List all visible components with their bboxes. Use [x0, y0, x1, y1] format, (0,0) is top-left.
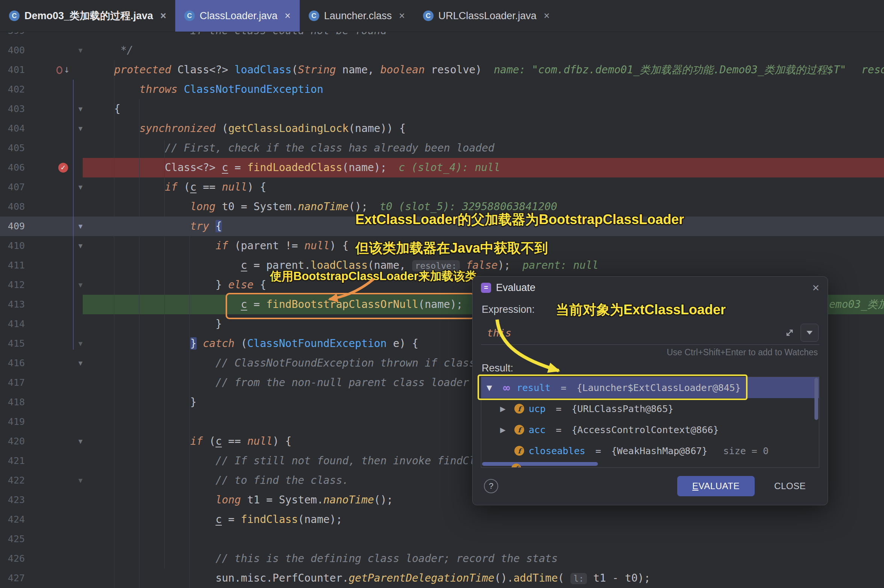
- code-line-401[interactable]: protected Class<?> loadClass(String name…: [89, 60, 884, 80]
- tab-urlclassloader-java[interactable]: CURLClassLoader.java×: [414, 0, 559, 32]
- code-line-426[interactable]: // this is the defining class loader; re…: [89, 549, 884, 568]
- check-icon: ✓: [60, 164, 66, 171]
- clipped-hint-fragment: resolve:: [861, 60, 884, 80]
- tree-row-acc[interactable]: ▶facc = {AccessControlContext@866}: [481, 419, 819, 440]
- gutter-chevron-icon[interactable]: ▾: [74, 119, 87, 138]
- tree-row-ucp[interactable]: ▶fucp = {URLClassPath@865}: [481, 398, 819, 419]
- expression-label: Expression:: [482, 304, 535, 315]
- line-number: 422: [0, 471, 25, 490]
- gutter-chevron-icon[interactable]: ▾: [74, 353, 87, 373]
- vertical-scrollbar[interactable]: [814, 378, 818, 420]
- dialog-title: Evaluate: [496, 282, 535, 294]
- gutter-chevron-icon[interactable]: ▾: [74, 432, 87, 451]
- tab-demo03-java[interactable]: CDemo03_类加载的过程.java×: [0, 0, 175, 32]
- fold-arrow-icon[interactable]: ▾: [74, 275, 87, 295]
- evaluate-icon: [481, 283, 491, 293]
- annotation-text-3: 使用BootstrapClassLoader来加载该类: [270, 268, 476, 284]
- tab-label: Launcher.class: [324, 10, 392, 22]
- tab-launcher-class[interactable]: CLauncher.class×: [300, 0, 414, 32]
- line-number: 407: [0, 177, 25, 197]
- fold-arrow-icon[interactable]: ▾: [74, 471, 87, 490]
- class-icon: C: [423, 11, 434, 21]
- chevron-right-icon[interactable]: ▶: [500, 405, 510, 413]
- field-icon: f: [514, 404, 524, 414]
- annotation-text-4: 当前对象为ExtClassLoader: [556, 301, 726, 319]
- code-line-403[interactable]: {: [89, 99, 884, 119]
- class-icon: C: [184, 11, 195, 21]
- field-icon: f: [514, 425, 524, 435]
- class-icon: C: [9, 11, 20, 21]
- gutter-chevron-icon[interactable]: ▾: [74, 236, 87, 256]
- line-number: 424: [0, 510, 25, 529]
- line-number: 403: [0, 99, 25, 119]
- chevron-right-icon[interactable]: ▶: [500, 426, 510, 434]
- close-icon[interactable]: ×: [544, 10, 550, 22]
- history-dropdown-button[interactable]: [801, 324, 819, 342]
- line-number: 415: [0, 334, 25, 353]
- tab-classloader-java[interactable]: CClassLoader.java×: [175, 0, 300, 32]
- line-number: 402: [0, 80, 25, 99]
- close-icon[interactable]: ×: [812, 282, 819, 294]
- close-icon[interactable]: ×: [160, 10, 166, 22]
- debugger-inline-hint: c (slot_4): null: [399, 161, 500, 174]
- variable-value: {WeakHashMap@867}: [611, 446, 708, 456]
- down-arrow-icon: ↓: [64, 66, 70, 74]
- tab-label: Demo03_类加载的过程.java: [24, 9, 153, 23]
- clipped-hint-fragment: emo03_类加载: [829, 295, 884, 314]
- expression-input[interactable]: this: [481, 321, 819, 345]
- close-icon[interactable]: ×: [285, 10, 291, 22]
- code-line-400[interactable]: */: [89, 41, 884, 60]
- editor-tabs: CDemo03_类加载的过程.java×CClassLoader.java×CL…: [0, 0, 559, 32]
- tab-label: ClassLoader.java: [200, 10, 277, 22]
- ring-icon: [56, 66, 62, 74]
- execution-marker-icon[interactable]: ▾: [74, 217, 87, 236]
- line-number: 425: [0, 529, 25, 549]
- evaluate-button[interactable]: EVALUATE: [677, 476, 755, 496]
- code-line-405[interactable]: // First, check if the class has already…: [89, 138, 884, 158]
- expression-value: this: [481, 327, 511, 339]
- variable-name: acc: [529, 424, 546, 435]
- gutter-chevron-icon[interactable]: ▾: [74, 99, 87, 119]
- fold-arrow-icon[interactable]: ▾: [74, 41, 87, 60]
- expand-editor-icon[interactable]: [784, 327, 795, 338]
- horizontal-scrollbar[interactable]: [482, 462, 598, 466]
- result-label: Result:: [482, 362, 513, 374]
- breakpoint-icon[interactable]: ✓: [56, 158, 70, 177]
- method-marker-icon[interactable]: ↓: [56, 60, 70, 80]
- code-line-424[interactable]: c = findClass(name);: [89, 510, 884, 529]
- code-line-427[interactable]: sun.misc.PerfCounter.getParentDelegation…: [89, 568, 884, 588]
- annotation-yellow-box: [478, 374, 748, 400]
- code-line-425[interactable]: [89, 529, 884, 549]
- code-line-404[interactable]: synchronized (getClassLoadingLock(name))…: [89, 119, 884, 138]
- class-icon: C: [309, 11, 319, 21]
- line-number: 404: [0, 119, 25, 138]
- variable-value: {URLClassPath@865}: [572, 403, 673, 414]
- gutter-chevron-icon[interactable]: ▾: [74, 177, 87, 197]
- line-number: 412: [0, 275, 25, 295]
- code-line-402[interactable]: throws ClassNotFoundException: [89, 80, 884, 99]
- code-line-406[interactable]: Class<?> c = findLoadedClass(name);c (sl…: [89, 158, 884, 177]
- code-line-411[interactable]: c = parent.loadClass(name, resolve: fals…: [89, 256, 884, 275]
- variable-name: ucp: [529, 403, 546, 414]
- line-number: 423: [0, 490, 25, 510]
- dialog-title-bar[interactable]: Evaluate ×: [473, 277, 828, 299]
- help-button[interactable]: ?: [484, 479, 498, 493]
- close-icon[interactable]: ×: [399, 10, 405, 22]
- tab-label: URLClassLoader.java: [438, 10, 537, 22]
- annotation-orange-box: [226, 293, 475, 319]
- debugger-inline-hint: parent: null: [522, 259, 598, 271]
- annotation-text-2: 但该类加载器在Java中获取不到: [355, 239, 548, 258]
- variable-name: closeables: [529, 446, 585, 456]
- line-number: 419: [0, 412, 25, 432]
- line-number: 417: [0, 373, 25, 393]
- annotation-text-1: ExtClassLoader的父加载器为BootstrapClassLoader: [355, 211, 684, 229]
- line-number: 421: [0, 451, 25, 471]
- line-number: 413: [0, 295, 25, 314]
- variable-value: {AccessControlContext@866}: [572, 424, 719, 435]
- tree-row-closeables[interactable]: fcloseables = {WeakHashMap@867}size = 0: [481, 440, 819, 461]
- line-number: 420: [0, 432, 25, 451]
- code-line-407[interactable]: if (c == null) {: [89, 177, 884, 197]
- line-number: 427: [0, 568, 25, 588]
- close-button[interactable]: CLOSE: [767, 476, 813, 496]
- fold-arrow-icon[interactable]: ▾: [74, 334, 87, 353]
